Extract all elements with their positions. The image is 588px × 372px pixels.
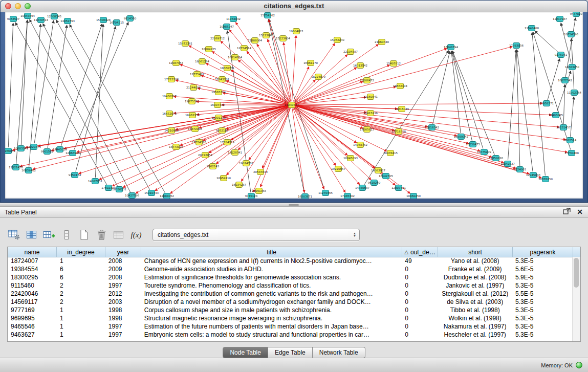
cell-pagerank[interactable]: 5.3E-5 — [512, 298, 573, 306]
network-window-titlebar[interactable]: citations_edges.txt — [1, 1, 587, 12]
cell-short[interactable]: Wolkin et al. (1998) — [438, 314, 512, 322]
cell-out_degree[interactable]: 0 — [402, 322, 438, 331]
column-header-out_degree[interactable]: △out_de… — [402, 247, 438, 257]
cell-title[interactable]: Disruption of a novel member of a sodium… — [141, 298, 402, 306]
cell-name[interactable]: 9115460 — [8, 281, 57, 290]
graph-edge[interactable] — [294, 108, 336, 166]
cell-out_degree[interactable]: 0 — [402, 314, 438, 322]
column-header-name[interactable]: name — [8, 247, 57, 257]
cell-short[interactable]: Nakamura et al. (1997) — [438, 322, 512, 331]
tab-edge-table[interactable]: Edge Table — [268, 347, 313, 358]
graph-edge[interactable] — [20, 106, 288, 167]
close-panel-icon[interactable]: ✕ — [577, 208, 583, 216]
table-row[interactable]: 1938455462009Genome-wide association stu… — [8, 265, 573, 273]
cell-in_degree[interactable]: 2 — [57, 281, 105, 290]
cell-short[interactable]: Franke et al. (2009) — [438, 265, 512, 273]
cell-pagerank[interactable]: 5.3E-5 — [512, 331, 573, 339]
tab-network-table[interactable]: Network Table — [313, 347, 365, 358]
table-row[interactable]: 946554611997Estimation of the future num… — [8, 322, 573, 331]
cell-out_degree[interactable]: 0 — [402, 281, 438, 290]
cell-pagerank[interactable]: 5.6E-5 — [512, 265, 573, 273]
cell-title[interactable]: Investigating the contribution of common… — [141, 290, 402, 298]
close-window-button[interactable] — [5, 3, 11, 9]
column-header-in_degree[interactable]: in_degree — [57, 247, 105, 257]
cell-year[interactable]: 2008 — [105, 257, 141, 265]
graph-edge[interactable] — [269, 19, 291, 102]
graph-edge[interactable] — [61, 24, 102, 146]
graph-edge[interactable] — [364, 51, 449, 185]
cell-short[interactable]: de Silva et al. (2003) — [438, 298, 512, 306]
cell-out_degree[interactable]: 0 — [402, 331, 438, 339]
column-header-short[interactable]: short — [438, 247, 513, 257]
graph-edge[interactable] — [48, 25, 67, 148]
cell-title[interactable]: Genome-wide association studies in ADHD. — [141, 265, 402, 273]
cell-short[interactable]: Dudbridge et al. (2008) — [438, 273, 512, 281]
column-header-pagerank[interactable]: pagerank — [513, 247, 573, 257]
cell-pagerank[interactable]: 5.5E-5 — [512, 290, 573, 298]
graph-edge[interactable] — [95, 24, 103, 178]
cell-pagerank[interactable]: 5.9E-5 — [512, 273, 573, 281]
cell-in_degree[interactable]: 1 — [57, 306, 105, 314]
cell-name[interactable]: 18724007 — [8, 257, 57, 265]
graph-edge[interactable] — [292, 108, 304, 192]
create-column-button[interactable] — [42, 228, 56, 242]
cell-name[interactable]: 18300295 — [8, 273, 57, 281]
graph-edge[interactable] — [295, 106, 516, 168]
cell-in_degree[interactable]: 1 — [57, 257, 105, 265]
cell-year[interactable]: 1997 — [105, 331, 141, 339]
show-columns-button[interactable] — [25, 228, 39, 242]
table-row[interactable]: 1456911722003Disruption of a novel membe… — [8, 298, 573, 306]
cell-name[interactable]: 9777169 — [8, 306, 57, 314]
graph-edge[interactable] — [170, 107, 289, 193]
graph-edge[interactable] — [295, 86, 396, 104]
graph-edge[interactable] — [295, 45, 379, 103]
graph-edge[interactable] — [15, 23, 107, 185]
cell-out_degree[interactable]: 0 — [402, 273, 438, 281]
cell-title[interactable]: Structural magnetic resonance image aver… — [141, 314, 402, 322]
graph-edge[interactable] — [295, 68, 357, 103]
graph-edge[interactable] — [56, 20, 150, 190]
cell-short[interactable]: Hescheler et al. (1997) — [438, 331, 512, 339]
table-row[interactable]: 969969511998Structural magnetic resonanc… — [8, 314, 573, 322]
cell-in_degree[interactable]: 6 — [57, 265, 105, 273]
cell-in_degree[interactable]: 1 — [57, 322, 105, 331]
cell-pagerank[interactable]: 5.3E-5 — [512, 322, 573, 331]
scrollbar-thumb[interactable] — [574, 258, 579, 288]
graph-edge[interactable] — [294, 80, 316, 102]
graph-edge[interactable] — [533, 32, 570, 150]
column-header-year[interactable]: year — [105, 247, 141, 257]
cell-year[interactable]: 1998 — [105, 306, 141, 314]
table-scrollbar[interactable] — [572, 257, 580, 341]
cell-name[interactable]: 9699695 — [8, 314, 57, 322]
cell-pagerank[interactable]: 5.3E-5 — [512, 314, 573, 322]
column-header-title[interactable]: title — [141, 247, 402, 257]
zoom-window-button[interactable] — [25, 3, 31, 9]
minimize-window-button[interactable] — [15, 3, 21, 9]
table-row[interactable]: 1872400712008Changes of HCN gene express… — [8, 257, 573, 265]
cell-in_degree[interactable]: 6 — [57, 273, 105, 281]
cell-short[interactable]: Yano et al. (2008) — [438, 257, 512, 265]
cell-title[interactable]: Changes of HCN gene expression and I(f) … — [141, 257, 402, 265]
table-row[interactable]: 977716911998Corpus callosum shape and si… — [8, 306, 573, 314]
cell-short[interactable]: Tibbo et al. (1998) — [438, 306, 512, 314]
cell-title[interactable]: Estimation of significance thresholds fo… — [141, 273, 402, 281]
cell-out_degree[interactable]: 0 — [402, 298, 438, 306]
cell-title[interactable]: Corpus callosum shape and size in male p… — [141, 306, 402, 314]
float-panel-icon[interactable] — [563, 208, 571, 217]
cell-year[interactable]: 2003 — [105, 298, 141, 306]
graph-edge[interactable] — [16, 20, 28, 164]
graph-edge[interactable] — [136, 106, 289, 193]
cell-year[interactable]: 1997 — [105, 322, 141, 331]
table-row[interactable]: 911546021997Tourette syndrome. Phenomeno… — [8, 281, 573, 290]
graph-edge[interactable] — [292, 35, 296, 101]
graph-edge[interactable] — [34, 20, 54, 143]
tab-node-table[interactable]: Node Table — [223, 347, 268, 358]
graph-edge[interactable] — [508, 50, 516, 160]
cell-year[interactable]: 2008 — [105, 273, 141, 281]
cell-short[interactable]: Jankovic et al. (1997) — [438, 281, 512, 290]
cell-out_degree[interactable]: 0 — [402, 265, 438, 273]
cell-year[interactable]: 1997 — [105, 281, 141, 290]
cell-short[interactable]: Stergiakouli et al. (2012) — [438, 290, 512, 298]
cell-out_degree[interactable]: 49 — [402, 257, 438, 265]
import-table-button[interactable] — [112, 228, 126, 242]
